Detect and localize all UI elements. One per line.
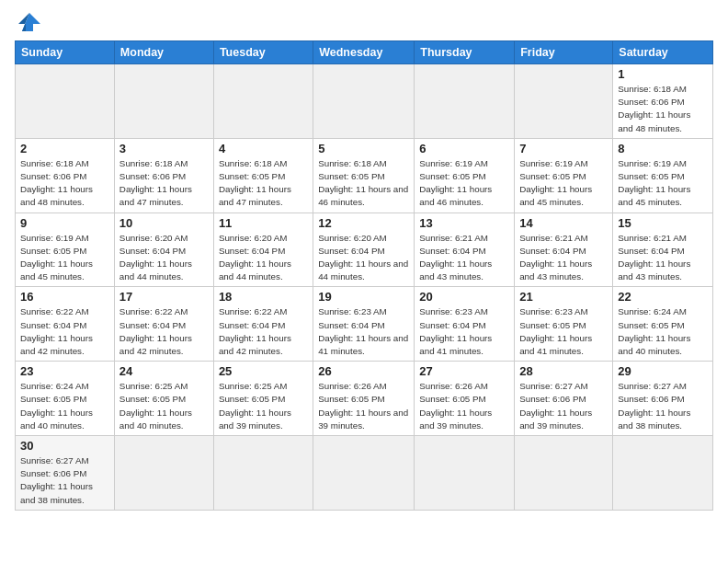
calendar-cell: 14Sunrise: 6:21 AM Sunset: 6:04 PM Dayli…	[515, 213, 613, 287]
calendar-cell: 22Sunrise: 6:24 AM Sunset: 6:05 PM Dayli…	[613, 287, 713, 362]
calendar-cell: 12Sunrise: 6:20 AM Sunset: 6:04 PM Dayli…	[313, 213, 415, 287]
calendar-cell: 19Sunrise: 6:23 AM Sunset: 6:04 PM Dayli…	[313, 287, 415, 362]
day-info: Sunrise: 6:19 AM Sunset: 6:05 PM Dayligh…	[419, 157, 509, 210]
col-header-thursday: Thursday	[415, 41, 515, 64]
calendar-week-2: 9Sunrise: 6:19 AM Sunset: 6:05 PM Daylig…	[16, 213, 713, 287]
day-number: 19	[318, 290, 409, 304]
day-info: Sunrise: 6:22 AM Sunset: 6:04 PM Dayligh…	[20, 305, 109, 358]
day-info: Sunrise: 6:22 AM Sunset: 6:04 PM Dayligh…	[119, 305, 209, 358]
col-header-wednesday: Wednesday	[313, 41, 415, 64]
day-number: 8	[618, 142, 708, 155]
calendar-cell	[415, 64, 515, 139]
calendar-cell: 27Sunrise: 6:26 AM Sunset: 6:05 PM Dayli…	[415, 362, 515, 436]
day-info: Sunrise: 6:18 AM Sunset: 6:06 PM Dayligh…	[119, 157, 209, 210]
col-header-saturday: Saturday	[613, 41, 713, 64]
day-info: Sunrise: 6:23 AM Sunset: 6:04 PM Dayligh…	[318, 305, 409, 358]
calendar-cell	[213, 436, 313, 511]
day-number: 29	[618, 364, 708, 378]
calendar-cell: 17Sunrise: 6:22 AM Sunset: 6:04 PM Dayli…	[114, 287, 213, 362]
calendar-cell: 8Sunrise: 6:19 AM Sunset: 6:05 PM Daylig…	[613, 138, 713, 213]
calendar-cell: 9Sunrise: 6:19 AM Sunset: 6:05 PM Daylig…	[16, 213, 115, 287]
day-number: 6	[419, 142, 509, 155]
col-header-sunday: Sunday	[16, 41, 115, 64]
day-info: Sunrise: 6:21 AM Sunset: 6:04 PM Dayligh…	[618, 232, 708, 284]
day-info: Sunrise: 6:18 AM Sunset: 6:05 PM Dayligh…	[219, 157, 308, 210]
calendar-cell: 18Sunrise: 6:22 AM Sunset: 6:04 PM Dayli…	[213, 287, 313, 362]
calendar-cell: 11Sunrise: 6:20 AM Sunset: 6:04 PM Dayli…	[213, 213, 313, 287]
calendar-cell: 3Sunrise: 6:18 AM Sunset: 6:06 PM Daylig…	[114, 138, 213, 213]
day-number: 23	[20, 364, 109, 378]
day-info: Sunrise: 6:23 AM Sunset: 6:05 PM Dayligh…	[519, 305, 608, 358]
day-info: Sunrise: 6:21 AM Sunset: 6:04 PM Dayligh…	[519, 232, 608, 284]
logo	[15, 9, 48, 35]
day-number: 1	[618, 67, 708, 81]
calendar-cell: 29Sunrise: 6:27 AM Sunset: 6:06 PM Dayli…	[613, 362, 713, 436]
day-number: 9	[20, 216, 109, 230]
calendar-cell	[313, 436, 415, 511]
calendar-cell	[415, 436, 515, 511]
calendar-cell: 2Sunrise: 6:18 AM Sunset: 6:06 PM Daylig…	[16, 138, 115, 213]
day-info: Sunrise: 6:19 AM Sunset: 6:05 PM Dayligh…	[20, 232, 109, 284]
day-number: 21	[519, 290, 608, 304]
day-number: 7	[519, 142, 608, 155]
day-number: 30	[20, 439, 109, 453]
day-number: 25	[219, 364, 308, 378]
calendar-cell: 16Sunrise: 6:22 AM Sunset: 6:04 PM Dayli…	[16, 287, 115, 362]
day-info: Sunrise: 6:22 AM Sunset: 6:04 PM Dayligh…	[219, 305, 308, 358]
calendar-week-1: 2Sunrise: 6:18 AM Sunset: 6:06 PM Daylig…	[16, 138, 713, 213]
day-number: 13	[419, 216, 509, 230]
day-number: 16	[20, 290, 109, 304]
day-info: Sunrise: 6:25 AM Sunset: 6:05 PM Dayligh…	[219, 380, 308, 432]
calendar-cell: 4Sunrise: 6:18 AM Sunset: 6:05 PM Daylig…	[213, 138, 313, 213]
day-number: 17	[119, 290, 209, 304]
day-number: 27	[419, 364, 509, 378]
calendar-cell: 20Sunrise: 6:23 AM Sunset: 6:04 PM Dayli…	[415, 287, 515, 362]
day-info: Sunrise: 6:21 AM Sunset: 6:04 PM Dayligh…	[419, 232, 509, 284]
calendar-cell	[515, 64, 613, 139]
day-info: Sunrise: 6:18 AM Sunset: 6:06 PM Dayligh…	[618, 83, 708, 135]
calendar-cell: 15Sunrise: 6:21 AM Sunset: 6:04 PM Dayli…	[613, 213, 713, 287]
day-number: 24	[119, 364, 209, 378]
day-number: 12	[318, 216, 409, 230]
day-info: Sunrise: 6:24 AM Sunset: 6:05 PM Dayligh…	[20, 380, 109, 432]
day-number: 26	[318, 364, 409, 378]
calendar-week-5: 30Sunrise: 6:27 AM Sunset: 6:06 PM Dayli…	[16, 436, 713, 511]
calendar-cell: 13Sunrise: 6:21 AM Sunset: 6:04 PM Dayli…	[415, 213, 515, 287]
day-number: 14	[519, 216, 608, 230]
calendar-cell	[114, 436, 213, 511]
day-info: Sunrise: 6:20 AM Sunset: 6:04 PM Dayligh…	[219, 232, 308, 284]
calendar-cell: 26Sunrise: 6:26 AM Sunset: 6:05 PM Dayli…	[313, 362, 415, 436]
calendar-cell: 25Sunrise: 6:25 AM Sunset: 6:05 PM Dayli…	[213, 362, 313, 436]
day-info: Sunrise: 6:19 AM Sunset: 6:05 PM Dayligh…	[618, 157, 708, 210]
day-number: 22	[618, 290, 708, 304]
day-number: 18	[219, 290, 308, 304]
day-info: Sunrise: 6:23 AM Sunset: 6:04 PM Dayligh…	[419, 305, 509, 358]
calendar-cell	[16, 64, 115, 139]
calendar-cell: 28Sunrise: 6:27 AM Sunset: 6:06 PM Dayli…	[515, 362, 613, 436]
header	[15, 9, 713, 35]
calendar-cell: 23Sunrise: 6:24 AM Sunset: 6:05 PM Dayli…	[16, 362, 115, 436]
calendar-week-3: 16Sunrise: 6:22 AM Sunset: 6:04 PM Dayli…	[16, 287, 713, 362]
calendar-cell	[213, 64, 313, 139]
day-number: 11	[219, 216, 308, 230]
calendar-week-0: 1Sunrise: 6:18 AM Sunset: 6:06 PM Daylig…	[16, 64, 713, 139]
day-info: Sunrise: 6:26 AM Sunset: 6:05 PM Dayligh…	[419, 380, 509, 432]
day-info: Sunrise: 6:27 AM Sunset: 6:06 PM Dayligh…	[519, 380, 608, 432]
calendar-cell: 30Sunrise: 6:27 AM Sunset: 6:06 PM Dayli…	[16, 436, 115, 511]
day-info: Sunrise: 6:26 AM Sunset: 6:05 PM Dayligh…	[318, 380, 409, 432]
day-info: Sunrise: 6:18 AM Sunset: 6:05 PM Dayligh…	[318, 157, 409, 210]
col-header-friday: Friday	[515, 41, 613, 64]
calendar-cell	[515, 436, 613, 511]
day-info: Sunrise: 6:24 AM Sunset: 6:05 PM Dayligh…	[618, 305, 708, 358]
day-number: 3	[119, 142, 209, 155]
logo-icon	[15, 9, 44, 35]
day-info: Sunrise: 6:20 AM Sunset: 6:04 PM Dayligh…	[318, 232, 409, 284]
calendar-cell: 24Sunrise: 6:25 AM Sunset: 6:05 PM Dayli…	[114, 362, 213, 436]
day-info: Sunrise: 6:27 AM Sunset: 6:06 PM Dayligh…	[20, 454, 109, 507]
day-number: 5	[318, 142, 409, 155]
calendar-cell: 1Sunrise: 6:18 AM Sunset: 6:06 PM Daylig…	[613, 64, 713, 139]
day-info: Sunrise: 6:19 AM Sunset: 6:05 PM Dayligh…	[519, 157, 608, 210]
calendar-cell: 7Sunrise: 6:19 AM Sunset: 6:05 PM Daylig…	[515, 138, 613, 213]
day-number: 20	[419, 290, 509, 304]
day-number: 4	[219, 142, 308, 155]
